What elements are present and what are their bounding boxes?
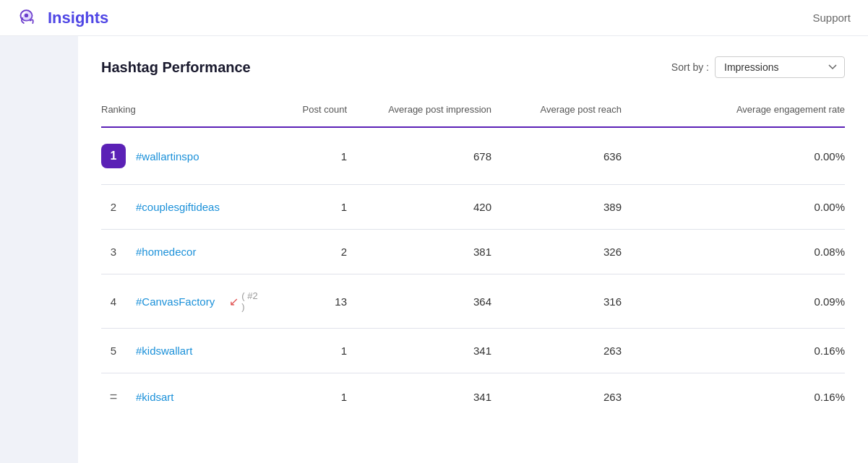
logo-icon	[17, 7, 40, 30]
rank-number: 5	[101, 345, 126, 357]
table-row: 1#wallartinspo16786360.00%	[101, 127, 845, 185]
ranking-cell: =#kidsart	[101, 373, 260, 421]
hashtag-link[interactable]: #homedecor	[136, 246, 196, 258]
col-ranking: Ranking	[101, 98, 260, 127]
col-avg-reach: Average post reach	[491, 98, 622, 127]
avg-engagement-cell: 0.16%	[622, 373, 845, 421]
svg-point-1	[25, 13, 28, 17]
avg-reach-cell: 636	[491, 127, 622, 185]
rank-equal: =	[101, 389, 126, 404]
avg-reach-cell: 389	[491, 185, 622, 230]
post-count-cell: 2	[260, 230, 347, 274]
avg-engagement-cell: 0.00%	[622, 127, 845, 185]
avg-reach-cell: 263	[491, 329, 622, 373]
sort-label: Sort by :	[671, 61, 709, 73]
rank-number: 2	[101, 201, 126, 213]
ranking-cell: 4#CanvasFactory↙( #2 )	[101, 274, 260, 329]
app-title: Insights	[48, 9, 108, 27]
avg-reach-cell: 326	[491, 230, 622, 274]
ranking-cell: 1#wallartinspo	[101, 127, 260, 185]
table-row: 5#kidswallart13412630.16%	[101, 329, 845, 373]
table-row: 3#homedecor23813260.08%	[101, 230, 845, 274]
post-count-cell: 1	[260, 185, 347, 230]
sidebar	[0, 36, 78, 463]
ranking-cell: 2#couplesgiftideas	[101, 185, 260, 230]
col-avg-engagement: Average engagement rate	[622, 98, 845, 127]
avg-engagement-cell: 0.08%	[622, 230, 845, 274]
hashtag-link[interactable]: #CanvasFactory	[136, 295, 215, 308]
sort-container: Sort by : Impressions Post count Average…	[671, 56, 845, 78]
avg-impression-cell: 381	[347, 230, 491, 274]
avg-impression-cell: 678	[347, 127, 491, 185]
hashtag-link[interactable]: #kidswallart	[136, 345, 192, 357]
rank-number: 4	[101, 295, 126, 308]
table-row: =#kidsart13412630.16%	[101, 373, 845, 421]
col-avg-impression: Average post impression	[347, 98, 491, 127]
page-header: Hashtag Performance Sort by : Impression…	[101, 56, 845, 78]
avg-impression-cell: 420	[347, 185, 491, 230]
ranking-cell: 3#homedecor	[101, 230, 260, 274]
rank-change-text: ( #2 )	[241, 290, 260, 312]
avg-impression-cell: 364	[347, 274, 491, 329]
avg-engagement-cell: 0.09%	[622, 274, 845, 329]
hashtag-link[interactable]: #couplesgiftideas	[136, 201, 220, 213]
post-count-cell: 13	[260, 274, 347, 329]
rank-badge: 1	[101, 144, 126, 168]
avg-engagement-cell: 0.00%	[622, 185, 845, 230]
layout: Hashtag Performance Sort by : Impression…	[0, 36, 868, 463]
page-title: Hashtag Performance	[101, 59, 251, 76]
hashtag-link[interactable]: #wallartinspo	[136, 150, 199, 163]
main-content: Hashtag Performance Sort by : Impression…	[78, 36, 868, 463]
support-link[interactable]: Support	[812, 12, 851, 24]
avg-engagement-cell: 0.16%	[622, 329, 845, 373]
table-row: 2#couplesgiftideas14203890.00%	[101, 185, 845, 230]
header: Insights Support	[0, 0, 868, 36]
table-row: 4#CanvasFactory↙( #2 )133643160.09%	[101, 274, 845, 329]
rank-number: 3	[101, 246, 126, 258]
rank-change-arrow: ↙	[229, 295, 239, 308]
post-count-cell: 1	[260, 127, 347, 185]
post-count-cell: 1	[260, 329, 347, 373]
avg-reach-cell: 263	[491, 373, 622, 421]
table-body: 1#wallartinspo16786360.00%2#couplesgifti…	[101, 127, 845, 420]
avg-impression-cell: 341	[347, 329, 491, 373]
ranking-cell: 5#kidswallart	[101, 329, 260, 373]
hashtag-link[interactable]: #kidsart	[136, 391, 174, 403]
post-count-cell: 1	[260, 373, 347, 421]
table-header: Ranking Post count Average post impressi…	[101, 98, 845, 127]
hashtag-table: Ranking Post count Average post impressi…	[101, 98, 845, 420]
sort-select[interactable]: Impressions Post count Average post reac…	[715, 56, 845, 78]
avg-reach-cell: 316	[491, 274, 622, 329]
avg-impression-cell: 341	[347, 373, 491, 421]
col-post-count: Post count	[260, 98, 347, 127]
rank-change: ↙( #2 )	[229, 290, 260, 312]
header-left: Insights	[17, 7, 108, 30]
